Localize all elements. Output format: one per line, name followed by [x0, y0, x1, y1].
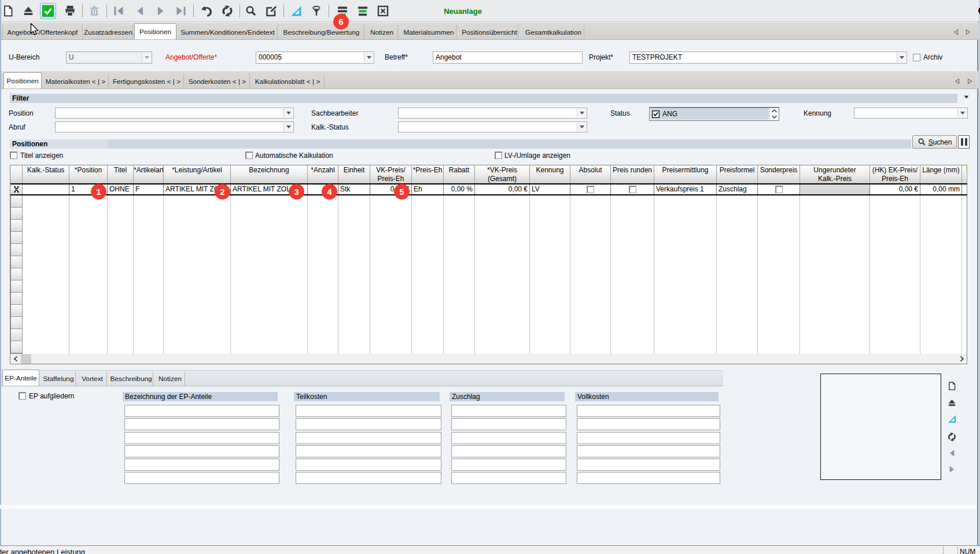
- column-header-preis-runden[interactable]: Preis runden: [611, 165, 654, 183]
- subtab-positionen[interactable]: Positionen: [3, 72, 42, 88]
- new-document-button[interactable]: [0, 3, 16, 19]
- projekt-combo[interactable]: TESTPROJEKT: [629, 51, 907, 64]
- angebot-nummer-combo[interactable]: 000005: [256, 51, 374, 64]
- row-cell-marker[interactable]: [10, 184, 23, 194]
- tab-summen-konditionen-endetext[interactable]: Summen/Konditionen/Endetext: [178, 25, 278, 39]
- status-option-ang[interactable]: ANG: [650, 108, 769, 120]
- eject-button[interactable]: [947, 398, 957, 408]
- tab-beschreibung-bewertung[interactable]: Beschreibung/Bewertung: [279, 25, 364, 39]
- row-header-cell[interactable]: [10, 256, 23, 268]
- dropdown-arrow-icon[interactable]: [364, 53, 373, 62]
- subtab-fertigungskosten[interactable]: Fertigungskosten < | >: [110, 74, 184, 88]
- column-header-row-marker[interactable]: [10, 165, 23, 183]
- delete-button[interactable]: [86, 3, 102, 19]
- betreff-input[interactable]: Angebot: [433, 51, 583, 64]
- status-ang-checkbox[interactable]: [652, 110, 660, 118]
- confirm-check-button[interactable]: [40, 3, 56, 19]
- last-record-button[interactable]: [173, 3, 189, 19]
- row-cell-sonderpreis[interactable]: [758, 184, 800, 194]
- measure-triangle-button[interactable]: [288, 3, 304, 19]
- search-button[interactable]: [243, 3, 259, 19]
- ep-input-field[interactable]: [451, 432, 566, 444]
- column-header-hk-ek-preis-preis-eh[interactable]: (HK) EK-Preis/ Preis-Eh: [870, 165, 920, 183]
- column-header-preis-eh[interactable]: *Preis-Eh: [412, 165, 444, 183]
- filter-section-header[interactable]: Filter: [10, 94, 957, 103]
- ep-input-field[interactable]: [451, 418, 566, 430]
- tab-positions-bersicht[interactable]: Positionsübersicht: [461, 25, 518, 39]
- row-cell-absolut[interactable]: [570, 184, 611, 194]
- tab-scroll-right-icon[interactable]: [965, 29, 971, 35]
- status-spinner[interactable]: [769, 108, 778, 120]
- print-button[interactable]: [62, 3, 78, 19]
- ep-input-field[interactable]: [577, 432, 720, 444]
- tab-angebots-offertenkopf[interactable]: Angebots-/Offertenkopf: [2, 25, 83, 39]
- bottomtab-beschreibung[interactable]: Beschreibung: [109, 371, 153, 386]
- row-cell-preisermittlung[interactable]: Verkaufspreis 1: [654, 184, 717, 194]
- row-header-cell[interactable]: [10, 195, 23, 208]
- dropdown-arrow-icon[interactable]: [142, 53, 151, 62]
- filter-kennung-combo[interactable]: [854, 108, 968, 119]
- column-header-vk-preis-gesamt[interactable]: *VK-Preis (Gesamt): [475, 165, 530, 183]
- ep-input-field[interactable]: [577, 445, 720, 457]
- dropdown-arrow-icon[interactable]: [577, 109, 586, 117]
- row-header-cell[interactable]: [10, 317, 23, 329]
- pause-button[interactable]: [958, 135, 970, 149]
- row-header-cell[interactable]: [10, 220, 23, 232]
- tab-scroll-right-icon[interactable]: [967, 78, 973, 84]
- ep-input-field[interactable]: [296, 432, 441, 444]
- row-cell-einheit[interactable]: Stk: [338, 184, 370, 194]
- tab-materialsummen[interactable]: Materialsummen: [401, 25, 456, 39]
- new-document-button[interactable]: [947, 381, 957, 391]
- scrollbar-thumb[interactable]: [21, 354, 31, 364]
- column-header-position[interactable]: *Position: [69, 165, 108, 183]
- scroll-left-arrow-icon[interactable]: [10, 354, 20, 364]
- filter-position-combo[interactable]: [55, 108, 294, 119]
- column-header-einheit[interactable]: Einheit: [338, 165, 370, 183]
- column-header-bezeichnung[interactable]: Bezeichnung: [231, 165, 308, 183]
- filter-status-listbox[interactable]: ANG: [649, 107, 779, 121]
- filter-kalk-status-combo[interactable]: [398, 121, 587, 132]
- ep-input-field[interactable]: [124, 432, 279, 444]
- grid-horizontal-scrollbar[interactable]: [10, 354, 967, 364]
- bottomtab-staffelung[interactable]: Staffelung: [42, 371, 76, 386]
- subtab-kalkulationsblatt[interactable]: Kalkulationsblatt < | >: [251, 74, 325, 88]
- ep-input-field[interactable]: [577, 418, 720, 430]
- column-header-rabatt[interactable]: Rabatt: [444, 165, 475, 183]
- column-header-vk-preis-preis-eh[interactable]: VK-Preis/ Preis-Eh: [370, 165, 412, 183]
- row-absolut-checkbox[interactable]: [587, 186, 594, 193]
- titel-anzeigen-checkbox[interactable]: [10, 152, 17, 159]
- row-cell-kalk-status[interactable]: [23, 184, 69, 194]
- previous-button[interactable]: [947, 448, 957, 458]
- dropdown-arrow-icon[interactable]: [897, 53, 906, 62]
- bottomtab-notizen[interactable]: Notizen: [156, 371, 185, 386]
- ep-input-field[interactable]: [124, 445, 279, 457]
- collapse-chevron-icon[interactable]: [964, 95, 969, 99]
- bottomtab-ep-anteile[interactable]: EP-Anteile: [2, 370, 39, 386]
- next-button[interactable]: [947, 464, 957, 474]
- ep-input-field[interactable]: [577, 405, 720, 417]
- row-header-cell[interactable]: [10, 232, 23, 244]
- dropdown-arrow-icon[interactable]: [957, 109, 967, 117]
- tab-gesamtkalkulation[interactable]: Gesamtkalkulation: [523, 25, 584, 39]
- row-preis-runden-checkbox[interactable]: [629, 186, 636, 193]
- u-bereich-combo[interactable]: U: [66, 51, 152, 64]
- list-green-middle-button[interactable]: [355, 3, 371, 19]
- row-cell-hk-ek-preis-preis-eh[interactable]: 0,00 €: [870, 184, 920, 194]
- column-header-ungerundeter-kalk-preis[interactable]: Ungerundeter Kalk.-Preis: [800, 165, 870, 183]
- ep-input-field[interactable]: [124, 418, 279, 430]
- row-header-cell[interactable]: [10, 293, 23, 305]
- ep-input-field[interactable]: [296, 405, 441, 417]
- ep-input-field[interactable]: [296, 445, 441, 457]
- tab-scroll-left-icon[interactable]: [955, 78, 961, 84]
- refresh-button[interactable]: [219, 3, 235, 19]
- pin-button[interactable]: [308, 3, 325, 19]
- ep-input-field[interactable]: [451, 445, 566, 457]
- edit-button[interactable]: [263, 3, 279, 19]
- ep-input-field[interactable]: [124, 459, 279, 471]
- scroll-right-arrow-icon[interactable]: [957, 354, 967, 364]
- tab-notizen[interactable]: Notizen: [366, 25, 398, 39]
- row-cell-kennung[interactable]: LV: [530, 184, 570, 194]
- ep-input-field[interactable]: [296, 472, 441, 484]
- row-cell-artikelart[interactable]: F: [134, 184, 164, 194]
- row-header-cell[interactable]: [10, 268, 23, 280]
